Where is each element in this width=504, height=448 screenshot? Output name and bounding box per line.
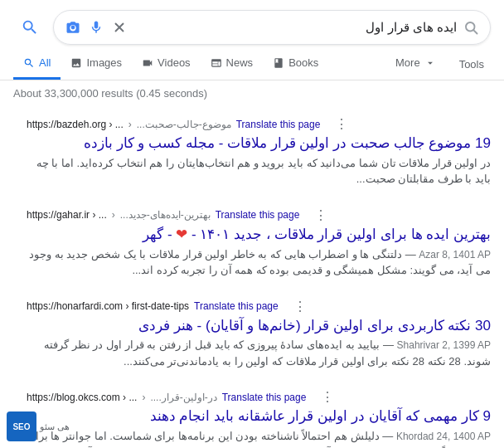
heart-icon: ❤ bbox=[176, 226, 187, 242]
translate-link[interactable]: Translate this page bbox=[216, 209, 300, 221]
camera-icon[interactable] bbox=[65, 20, 80, 35]
svg-line-1 bbox=[473, 30, 477, 33]
search-right-icons bbox=[65, 20, 127, 35]
url-separator: › bbox=[112, 209, 115, 221]
tab-images-label: Images bbox=[86, 56, 122, 69]
logo-box: SEO bbox=[7, 411, 36, 441]
tools-tab[interactable]: Tools bbox=[453, 50, 491, 79]
result-site-name: در-اولین-قرار.... bbox=[150, 392, 216, 403]
result-item: https://honarfardi.com › first-date-tips… bbox=[27, 289, 491, 380]
tab-all[interactable]: All bbox=[13, 48, 61, 80]
tab-videos[interactable]: Videos bbox=[132, 48, 201, 80]
result-item: https://blog.okcs.com › ... › در-اولین-ق… bbox=[27, 379, 491, 448]
result-title[interactable]: بهترین ایده ها برای اولین قرار ملاقات ، … bbox=[27, 225, 491, 245]
result-date: Khordad 24, 1400 AP bbox=[396, 431, 491, 442]
three-dot-menu[interactable]: ⋮ bbox=[321, 389, 334, 405]
result-url-line: https://blog.okcs.com › ... › در-اولین-ق… bbox=[27, 389, 491, 405]
results-info: About 33,300,000 results (0.45 seconds) bbox=[0, 80, 504, 106]
nav-tabs: All Images Videos News Books More Tools bbox=[0, 48, 504, 80]
search-bar-container: ایده های قرار اول bbox=[0, 0, 504, 45]
three-dot-menu[interactable]: ⋮ bbox=[293, 299, 307, 314]
search-icon bbox=[463, 20, 478, 35]
tab-videos-label: Videos bbox=[158, 56, 191, 69]
results-container: https://bazdeh.org › ... › موضوع-جالب-صح… bbox=[0, 106, 504, 448]
search-left-icons bbox=[463, 20, 478, 35]
search-submit-button[interactable] bbox=[13, 11, 46, 44]
result-snippet: در اولین قرار ملاقات تان شما می‌دانید که… bbox=[27, 155, 491, 187]
logo-text: هی سئو bbox=[40, 421, 70, 432]
result-title[interactable]: 19 موضوع جالب صحبت در اولین قرار ملاقات … bbox=[27, 134, 491, 153]
tab-all-label: All bbox=[39, 56, 51, 69]
result-url: https://blog.okcs.com › ... bbox=[27, 392, 137, 403]
tab-news-label: News bbox=[226, 56, 254, 69]
translate-link[interactable]: Translate this page bbox=[236, 119, 321, 130]
url-separator: › bbox=[128, 119, 132, 130]
clear-icon[interactable] bbox=[112, 20, 127, 35]
result-url: https://bazdeh.org › ... bbox=[27, 119, 124, 130]
tab-more[interactable]: More bbox=[385, 48, 446, 80]
tab-books-label: Books bbox=[288, 56, 318, 69]
result-title[interactable]: 30 نکته کاربردی برای اولین قرار (خانم‌ها… bbox=[27, 316, 491, 336]
result-url: https://honarfardi.com › first-date-tips bbox=[27, 300, 189, 312]
result-item: https://gahar.ir › ... › بهترین-ایده‌های… bbox=[27, 197, 491, 289]
result-snippet: Shahrivar 2, 1399 AP — بیایید به ایده‌ها… bbox=[27, 337, 491, 369]
translate-link[interactable]: Translate this page bbox=[194, 300, 279, 312]
result-site-name: موضوع-جالب-صحبت... bbox=[137, 119, 231, 130]
result-item: https://bazdeh.org › ... › موضوع-جالب-صح… bbox=[27, 106, 491, 197]
search-bar: ایده های قرار اول bbox=[53, 10, 491, 45]
result-url-line: https://honarfardi.com › first-date-tips… bbox=[27, 299, 491, 314]
translate-link[interactable]: Translate this page bbox=[222, 392, 307, 403]
result-date: Azar 8, 1401 AP bbox=[419, 249, 491, 261]
result-date: Shahrivar 2, 1399 AP bbox=[397, 339, 491, 351]
result-url-line: https://gahar.ir › ... › بهترین-ایده‌های… bbox=[27, 207, 491, 223]
voice-icon[interactable] bbox=[89, 20, 104, 35]
result-snippet: Khordad 24, 1400 AP — دلیلش هم احتمالاً … bbox=[27, 428, 491, 448]
bottom-logo: هی سئو SEO bbox=[7, 411, 70, 441]
result-url-line: https://bazdeh.org › ... › موضوع-جالب-صح… bbox=[27, 116, 491, 132]
tab-images[interactable]: Images bbox=[61, 48, 132, 80]
three-dot-menu[interactable]: ⋮ bbox=[314, 207, 327, 223]
tab-books[interactable]: Books bbox=[263, 48, 328, 80]
result-title[interactable]: 9 کار مهمی که آقایان در اولین قرار عاشقا… bbox=[27, 407, 491, 426]
result-snippet: Azar 8, 1401 AP — دلتنگی ها و اضطراب های… bbox=[27, 246, 491, 279]
result-url: https://gahar.ir › ... bbox=[27, 209, 107, 221]
url-separator: › bbox=[142, 392, 145, 403]
three-dot-menu[interactable]: ⋮ bbox=[335, 116, 348, 132]
tab-news[interactable]: News bbox=[201, 48, 264, 80]
tab-more-label: More bbox=[395, 56, 420, 69]
search-query-text[interactable]: ایده های قرار اول bbox=[133, 20, 457, 35]
result-site-name: بهترین-ایده‌های-جدید... bbox=[120, 209, 211, 221]
